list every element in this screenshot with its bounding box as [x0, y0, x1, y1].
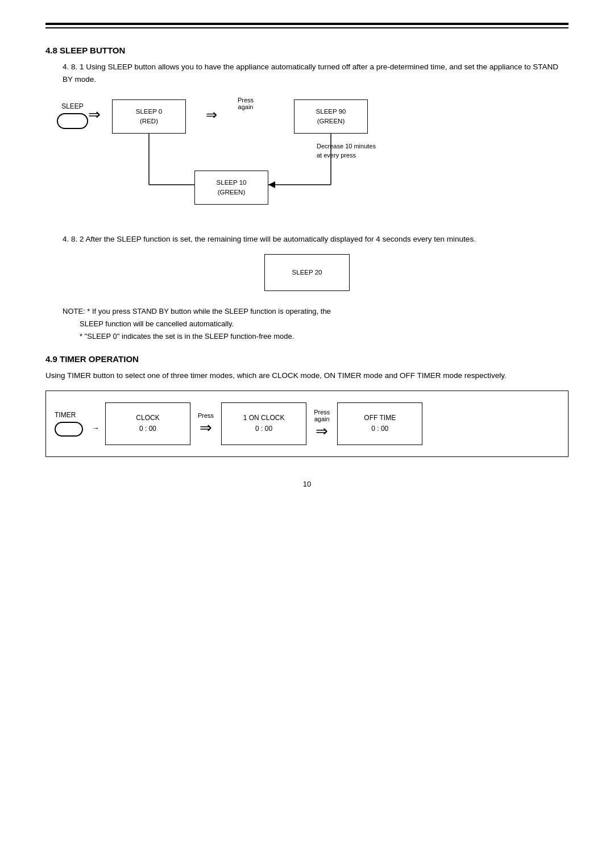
sleep-cycle-area: Pressagain ⇒ SLEEP 0(RED) SLEEP 90(GREEN…	[106, 97, 425, 210]
sleep-para2: 4. 8. 2 After the SLEEP function is set,…	[63, 233, 569, 246]
note-line1: NOTE: * If you press STAND BY button whi…	[63, 307, 331, 315]
on-clock-line2: 0 : 00	[255, 423, 272, 434]
arrow1-icon: ⇒	[88, 107, 101, 122]
sleep20-label: SLEEP 20	[292, 269, 322, 276]
press1-label: Press	[198, 412, 214, 419]
sleep-label: SLEEP	[61, 102, 84, 110]
sleep-button-area: SLEEP	[57, 102, 88, 129]
sleep-cycle-svg	[106, 97, 425, 210]
page: 4.8 SLEEP BUTTON 4. 8. 1 Using SLEEP but…	[0, 0, 614, 868]
note-line3: * "SLEEP 0" indicates the set is in the …	[80, 330, 569, 343]
timer-para1: Using TIMER button to select one of thre…	[45, 369, 569, 382]
notes-area: NOTE: * If you press STAND BY button whi…	[63, 305, 569, 343]
timer-section-title: 4.9 TIMER OPERATION	[45, 354, 569, 364]
off-time-line1: OFF TIME	[364, 413, 396, 423]
svg-marker-4	[268, 181, 275, 188]
sleep-section-title: 4.8 SLEEP BUTTON	[45, 45, 569, 55]
sleep-diagram: SLEEP ⇒ Pressagain ⇒ SLEEP 0(RED) SLEEP …	[57, 97, 569, 222]
clock-box: CLOCK 0 : 00	[105, 402, 190, 445]
on-clock-line1: 1 ON CLOCK	[243, 413, 285, 423]
press2-container: Pressagain ⇒	[314, 409, 330, 438]
sleep-para1: 4. 8. 1 Using SLEEP button allows you to…	[63, 61, 569, 85]
on-clock-box: 1 ON CLOCK 0 : 00	[221, 402, 306, 445]
timer-label: TIMER	[55, 411, 76, 419]
timer-diagram: TIMER → CLOCK 0 : 00 Press ⇒ 1 ON CLOCK …	[45, 391, 569, 457]
sleep20-area: SLEEP 20	[45, 254, 569, 291]
note-line2: SLEEP function will be cancelled automat…	[80, 318, 569, 330]
sleep-button-shape	[57, 113, 88, 129]
small-arrow1: →	[92, 423, 99, 433]
off-time-box: OFF TIME 0 : 00	[337, 402, 422, 445]
sleep20-box: SLEEP 20	[264, 254, 350, 291]
top-border	[45, 23, 569, 28]
page-number: 10	[45, 480, 569, 488]
clock-line2: 0 : 00	[139, 423, 156, 434]
off-time-line2: 0 : 00	[371, 423, 388, 434]
press2-arrow-icon: ⇒	[316, 423, 328, 438]
timer-button-area: TIMER	[55, 411, 83, 437]
press2-label: Pressagain	[314, 409, 330, 422]
press1-arrow-icon: ⇒	[200, 420, 212, 435]
clock-line1: CLOCK	[136, 413, 159, 423]
timer-button-shape	[55, 422, 83, 437]
press1-container: Press ⇒	[198, 412, 214, 435]
arrow1-container: ⇒	[88, 107, 101, 122]
